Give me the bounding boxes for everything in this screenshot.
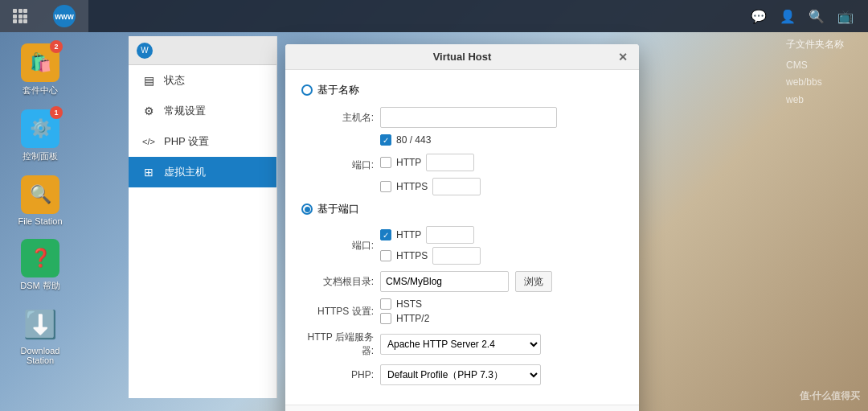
right-panel-webbbs: web/bbs: [786, 74, 844, 92]
https-label-portbased: HTTPS: [396, 250, 428, 261]
suite-center-icon[interactable]: 🛍️ 2 套件中心: [8, 40, 72, 100]
https-label-name: HTTPS: [396, 181, 428, 192]
code-icon: </>: [141, 134, 156, 149]
http-label-portbased: HTTP: [396, 229, 421, 240]
port-80-443-checkbox[interactable]: [380, 134, 391, 146]
web-icon: www: [53, 5, 76, 27]
docroot-input[interactable]: CMS/MyBlog: [380, 271, 509, 292]
https-settings-options: HSTS HTTP/2: [380, 298, 429, 324]
desktop-icons: 🛍️ 2 套件中心 ⚙️ 1 控制面板 🔍 File Station ❓ DSM: [8, 40, 72, 368]
dialog-close-button[interactable]: ✕: [615, 49, 631, 65]
file-station-img: 🔍: [21, 175, 59, 214]
watermark: 值·什么值得买: [800, 389, 860, 403]
backend-label: HTTP 后端服务器:: [301, 331, 374, 358]
hostname-row: 主机名:: [301, 107, 623, 128]
https-settings-label: HTTPS 设置:: [301, 305, 374, 319]
php-label: PHP:: [301, 369, 374, 380]
right-panel-title: 子文件夹名称: [786, 36, 844, 54]
http-row-name: HTTP: [380, 154, 481, 171]
docroot-label: 文档根目录:: [301, 275, 374, 289]
screen-icon[interactable]: 📺: [831, 2, 860, 31]
https-row-name: HTTPS: [380, 178, 481, 195]
https-checkbox-portbased[interactable]: [380, 250, 391, 261]
php-select[interactable]: Default Profile（PHP 7.3）: [380, 364, 541, 385]
user-icon[interactable]: 👤: [773, 2, 802, 31]
webstation-sidebar: W ▤ 状态 ⚙ 常规设置 </> PHP 设置 ⊞ 虚拟主机: [129, 36, 277, 398]
name-based-radio-row: 基于名称: [301, 83, 623, 97]
control-badge: 1: [50, 106, 63, 119]
name-based-label: 基于名称: [317, 83, 359, 97]
taskbar-apps: www: [0, 0, 88, 32]
port-options-portbased: HTTP HTTPS: [380, 226, 481, 265]
hostname-label: 主机名:: [301, 111, 374, 125]
file-station-label: File Station: [18, 216, 62, 226]
file-station-icon[interactable]: 🔍 File Station: [8, 172, 72, 229]
php-row: PHP: Default Profile（PHP 7.3）: [301, 364, 623, 385]
right-panel-cms: CMS: [786, 57, 844, 75]
dialog-body: 基于名称 主机名: 端口: 80 / 443 HTTP: [285, 70, 639, 405]
hostname-input[interactable]: [380, 107, 557, 128]
sidebar-item-status[interactable]: ▤ 状态: [129, 65, 276, 96]
port-based-radio[interactable]: [301, 203, 313, 215]
control-panel-icon[interactable]: ⚙️ 1 控制面板: [8, 106, 72, 166]
port-label-name: 端口:: [301, 158, 374, 172]
https-row-portbased: HTTPS: [380, 247, 481, 265]
control-label: 控制面板: [23, 150, 58, 162]
download-station-icon[interactable]: ⬇️ Download Station: [8, 302, 72, 368]
hsts-row: HSTS: [380, 298, 429, 310]
app-menu-button[interactable]: [0, 0, 40, 32]
dialog-footer: 确定 取消: [285, 405, 639, 411]
dialog-title-bar: Virtual Host ✕: [285, 44, 639, 70]
https-port-input-portbased[interactable]: [432, 247, 481, 265]
docroot-row: 文档根目录: CMS/MyBlog 浏览: [301, 271, 623, 292]
download-station-img: ⬇️: [21, 305, 59, 343]
suite-badge: 2: [50, 40, 63, 53]
http-checkbox-portbased[interactable]: [380, 229, 391, 240]
sidebar-item-php[interactable]: </> PHP 设置: [129, 126, 276, 157]
http-checkbox-name[interactable]: [380, 157, 391, 168]
http-label-name: HTTP: [396, 157, 421, 168]
grid-icon: [13, 9, 27, 23]
sidebar-item-vhost[interactable]: ⊞ 虚拟主机: [129, 157, 276, 187]
http2-checkbox[interactable]: [380, 313, 391, 324]
control-panel-img: ⚙️ 1: [21, 109, 59, 148]
sidebar-header: W: [129, 36, 276, 65]
taskbar: www 💬 👤 🔍 📺: [0, 0, 868, 32]
https-port-input-name[interactable]: [432, 178, 481, 195]
sidebar-item-general[interactable]: ⚙ 常规设置: [129, 96, 276, 126]
https-checkbox-name[interactable]: [380, 181, 391, 192]
sidebar-item-php-label: PHP 设置: [164, 134, 209, 149]
http-port-input-name[interactable]: [426, 154, 474, 171]
status-icon: ▤: [141, 73, 156, 88]
backend-row: HTTP 后端服务器: Apache HTTP Server 2.4 Nginx: [301, 331, 623, 358]
dsm-label: DSM 帮助: [20, 280, 60, 292]
port-80-443-label: 80 / 443: [396, 134, 431, 146]
webstation-taskbar-btn[interactable]: www: [40, 0, 88, 32]
port-options-name: 80 / 443 HTTP HTTPS: [380, 134, 481, 195]
gear-icon: ⚙: [141, 104, 156, 118]
chat-icon[interactable]: 💬: [744, 2, 773, 31]
desktop: www 💬 👤 🔍 📺 🛍️ 2 套件中心 ⚙️ 1 控制面板: [0, 0, 868, 411]
sidebar-item-vhost-label: 虚拟主机: [164, 165, 206, 179]
search-icon[interactable]: 🔍: [802, 2, 831, 31]
right-panel: 子文件夹名称 CMS web/bbs web: [786, 36, 844, 109]
browse-button[interactable]: 浏览: [515, 271, 552, 292]
suite-center-img: 🛍️ 2: [21, 43, 59, 82]
download-label: Download Station: [11, 346, 69, 365]
right-panel-web: web: [786, 92, 844, 109]
http-port-input-portbased[interactable]: [426, 226, 474, 244]
dsm-help-img: ❓: [21, 239, 59, 277]
virtual-host-dialog: Virtual Host ✕ 基于名称 主机名: 端口: 80 / 443: [285, 44, 639, 411]
hsts-checkbox[interactable]: [380, 298, 391, 310]
sidebar-logo: W: [137, 43, 153, 59]
https-settings-row: HTTPS 设置: HSTS HTTP/2: [301, 298, 623, 324]
port-label-portbased: 端口:: [301, 239, 374, 253]
name-based-radio[interactable]: [301, 84, 313, 96]
hsts-label: HSTS: [396, 298, 422, 310]
sidebar-item-status-label: 状态: [164, 73, 185, 88]
port-row-name: 端口: 80 / 443 HTTP HTTPS: [301, 134, 623, 195]
http-row-portbased: HTTP: [380, 226, 481, 244]
http2-label: HTTP/2: [396, 313, 429, 324]
dsm-help-icon[interactable]: ❓ DSM 帮助: [8, 236, 72, 295]
backend-select[interactable]: Apache HTTP Server 2.4 Nginx: [380, 334, 541, 355]
